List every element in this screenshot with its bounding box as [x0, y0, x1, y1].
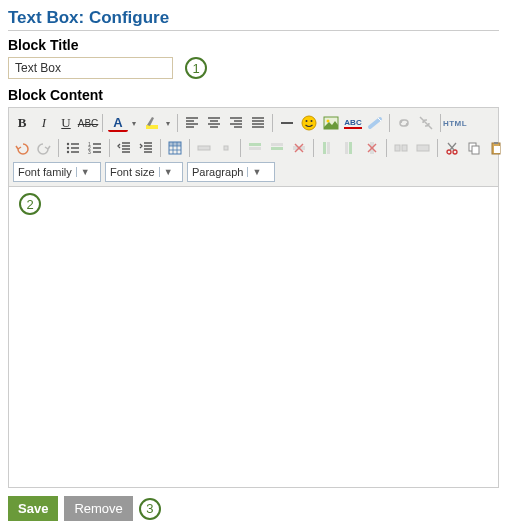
table-button[interactable] [165, 138, 185, 158]
svg-point-34 [447, 150, 451, 154]
svg-rect-16 [224, 146, 228, 150]
highlight-button[interactable] [142, 113, 162, 133]
col-after-button[interactable] [340, 138, 360, 158]
col-before-button[interactable] [318, 138, 338, 158]
font-size-label: Font size [110, 166, 155, 178]
svg-rect-15 [198, 146, 210, 150]
callout-2: 2 [19, 193, 41, 215]
cell-props-button[interactable] [216, 138, 236, 158]
divider [8, 30, 499, 31]
callout-1: 1 [185, 57, 207, 79]
font-family-select[interactable]: Font family ▼ [13, 162, 101, 182]
svg-rect-26 [345, 142, 348, 154]
page-title: Text Box: Configure [8, 8, 499, 28]
svg-point-9 [67, 151, 69, 153]
svg-point-2 [302, 116, 316, 130]
save-button[interactable]: Save [8, 496, 58, 521]
paste-button[interactable] [486, 138, 506, 158]
callout-3: 3 [139, 498, 161, 520]
hr-button[interactable] [277, 113, 297, 133]
highlight-dropdown[interactable]: ▾ [163, 113, 173, 133]
svg-rect-39 [494, 142, 498, 144]
font-size-select[interactable]: Font size ▼ [105, 162, 183, 182]
cut-button[interactable] [442, 138, 462, 158]
svg-rect-27 [349, 142, 352, 154]
svg-rect-0 [146, 125, 158, 129]
italic-button[interactable]: I [34, 113, 54, 133]
row-after-button[interactable] [267, 138, 287, 158]
svg-rect-17 [249, 147, 261, 150]
row-props-button[interactable] [194, 138, 214, 158]
emoticon-button[interactable] [299, 113, 319, 133]
svg-point-3 [306, 120, 308, 122]
chevron-down-icon: ▼ [76, 167, 90, 177]
svg-rect-24 [327, 142, 330, 154]
svg-rect-19 [271, 143, 283, 146]
rich-text-editor: B I U ABC A ▾ ▾ ABC [8, 107, 499, 488]
svg-rect-31 [395, 145, 400, 151]
number-list-button[interactable]: 123 [85, 138, 105, 158]
svg-point-8 [67, 147, 69, 149]
svg-point-35 [453, 150, 457, 154]
text-color-button[interactable]: A [108, 114, 128, 132]
split-cells-button[interactable] [391, 138, 411, 158]
chevron-down-icon: ▼ [247, 167, 261, 177]
block-content-label: Block Content [8, 87, 499, 103]
bold-button[interactable]: B [12, 113, 32, 133]
underline-button[interactable]: U [56, 113, 76, 133]
format-label: Paragraph [192, 166, 243, 178]
align-right-button[interactable] [226, 113, 246, 133]
svg-rect-37 [472, 146, 479, 154]
svg-rect-25 [323, 142, 326, 154]
svg-rect-14 [169, 142, 181, 146]
align-center-button[interactable] [204, 113, 224, 133]
svg-rect-32 [402, 145, 407, 151]
text-color-dropdown[interactable]: ▾ [129, 113, 139, 133]
block-title-label: Block Title [8, 37, 499, 53]
unlink-button[interactable] [416, 113, 436, 133]
format-select[interactable]: Paragraph ▼ [187, 162, 275, 182]
html-source-button[interactable]: HTML [445, 113, 465, 133]
col-delete-button[interactable] [362, 138, 382, 158]
row-before-button[interactable] [245, 138, 265, 158]
redo-button[interactable] [34, 138, 54, 158]
outdent-button[interactable] [114, 138, 134, 158]
editor-toolbar: B I U ABC A ▾ ▾ ABC [9, 108, 498, 187]
editor-content-area[interactable]: 2 [9, 187, 498, 487]
font-family-label: Font family [18, 166, 72, 178]
remove-button[interactable]: Remove [64, 496, 132, 521]
spellcheck-button[interactable]: ABC [343, 113, 363, 133]
svg-text:3: 3 [88, 149, 91, 155]
undo-button[interactable] [12, 138, 32, 158]
svg-point-4 [311, 120, 313, 122]
svg-point-7 [67, 143, 69, 145]
indent-button[interactable] [136, 138, 156, 158]
link-button[interactable] [394, 113, 414, 133]
align-left-button[interactable] [182, 113, 202, 133]
svg-rect-33 [417, 145, 429, 151]
block-title-input[interactable] [8, 57, 173, 79]
svg-rect-18 [249, 143, 261, 146]
row-delete-button[interactable] [289, 138, 309, 158]
align-justify-button[interactable] [248, 113, 268, 133]
strike-button[interactable]: ABC [78, 113, 98, 133]
clear-format-button[interactable] [365, 113, 385, 133]
merge-cells-button[interactable] [413, 138, 433, 158]
svg-rect-20 [271, 147, 283, 150]
bullet-list-button[interactable] [63, 138, 83, 158]
image-button[interactable] [321, 113, 341, 133]
chevron-down-icon: ▼ [159, 167, 173, 177]
copy-button[interactable] [464, 138, 484, 158]
svg-rect-40 [494, 146, 500, 153]
